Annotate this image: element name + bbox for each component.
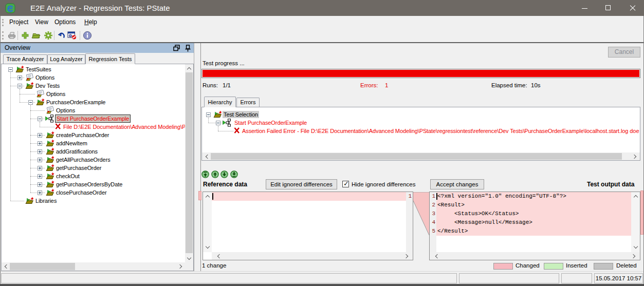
tree-item-test[interactable]: Test Selection <box>223 111 259 118</box>
tree-item-options[interactable]: Options <box>34 74 56 81</box>
menu-view[interactable]: View <box>35 16 48 29</box>
toolbar-separator <box>80 31 80 40</box>
tree-item-addnewitem[interactable]: addNewItem <box>55 140 88 147</box>
collapse-icon[interactable] <box>206 112 211 117</box>
scroll-left-icon[interactable] <box>217 254 220 258</box>
tree-item-libraries[interactable]: Libraries <box>34 197 58 204</box>
scroll-down-icon[interactable] <box>187 256 191 260</box>
float-window-icon[interactable] <box>173 45 180 51</box>
tree-item-getpurchaseordersbydate[interactable]: getPurchaseOrdersByDate <box>55 181 123 188</box>
expand-icon[interactable] <box>38 166 42 170</box>
tree-vertical-scrollbar[interactable] <box>185 64 193 262</box>
elapsed-label: Elapsed time: <box>491 82 527 88</box>
next-change-button[interactable] <box>220 170 228 178</box>
menu-options[interactable]: Options <box>54 16 76 29</box>
scroll-left-icon[interactable] <box>435 254 438 258</box>
collapse-icon[interactable] <box>8 67 13 72</box>
tree-item-assertion[interactable]: Assertion Failed Error - File D:\E2E Doc… <box>241 127 640 135</box>
hierarchy-horizontal-scrollbar[interactable] <box>202 152 640 160</box>
toolbar-info-icon[interactable] <box>83 31 92 40</box>
tree-item-dev[interactable]: Dev Tests <box>34 82 61 89</box>
toolbar-gear-icon[interactable] <box>44 31 53 40</box>
collapse-icon[interactable] <box>17 84 22 88</box>
tree-item-createpurchaseorder[interactable]: createPurchaseOrder <box>55 131 110 139</box>
maximize-button[interactable] <box>596 0 620 16</box>
vertical-scrollbar[interactable] <box>631 192 640 252</box>
first-change-button[interactable] <box>201 170 209 178</box>
collapse-icon[interactable] <box>38 117 42 121</box>
vertical-scrollbar[interactable] <box>203 192 212 252</box>
tree-item-file[interactable]: File D:\E2E Documentation\Advanced Model… <box>62 123 194 130</box>
toolbar-grip[interactable] <box>2 31 4 40</box>
expand-icon[interactable] <box>38 174 42 179</box>
toolbar <box>0 29 644 42</box>
collapse-icon[interactable] <box>216 121 220 125</box>
collapse-icon[interactable] <box>28 100 33 105</box>
tree-horizontal-scrollbar[interactable] <box>2 262 193 271</box>
toolbar-undo-icon[interactable] <box>57 31 66 40</box>
tree-row: addGratifications <box>2 147 193 156</box>
changed-line-highlight <box>436 201 631 209</box>
tree-item-purchaseorderexample[interactable]: PurchaseOrderExample <box>45 99 106 106</box>
toolbar-print-icon[interactable] <box>7 31 16 40</box>
close-button[interactable] <box>620 0 644 16</box>
tab-trace-analyzer[interactable]: Trace Analyzer <box>3 54 47 64</box>
tree-item-options[interactable]: Options <box>55 107 76 114</box>
app-icon <box>5 3 16 14</box>
tree-item-closepurchaseorder[interactable]: closePurchaseOrder <box>55 189 107 196</box>
horizontal-scrollbar[interactable] <box>212 252 413 260</box>
tree-item-getallpurchaseorders[interactable]: getAllPurchaseOrders <box>55 156 112 163</box>
scroll-right-icon[interactable] <box>178 264 182 268</box>
tree-item-addgratifications[interactable]: addGratifications <box>55 148 99 155</box>
tab-hierarchy[interactable]: Hierarchy <box>204 97 236 107</box>
prev-change-button[interactable] <box>211 170 219 178</box>
expand-icon[interactable] <box>38 149 42 154</box>
expand-icon[interactable] <box>38 190 42 195</box>
expand-icon[interactable] <box>38 182 42 187</box>
scrollbar-thumb[interactable] <box>186 72 193 253</box>
expand-icon[interactable] <box>38 133 42 138</box>
scroll-right-icon[interactable] <box>632 254 635 258</box>
scroll-up-icon[interactable] <box>206 195 209 198</box>
edit-ignored-differences-button[interactable]: Edit ignored differences <box>266 179 337 189</box>
tree-item-testsuites[interactable]: TestSuites <box>25 66 52 73</box>
tab-log-analyzer[interactable]: Log Analyzer <box>47 54 85 64</box>
tree-item-checkout[interactable]: checkOut <box>55 173 81 180</box>
toolbar-add-icon[interactable] <box>21 31 30 40</box>
scrollbar-thumb[interactable] <box>10 263 75 270</box>
scroll-left-icon[interactable] <box>4 264 8 268</box>
expand-icon[interactable] <box>38 158 42 162</box>
tree-item-start[interactable]: Start PurchaseOrderExample <box>233 119 308 126</box>
menu-help[interactable]: Help <box>84 16 97 29</box>
horizontal-scrollbar[interactable] <box>430 252 640 260</box>
diff-line: <Result> <box>437 201 465 209</box>
toolbar-window-block-icon[interactable] <box>67 31 77 40</box>
text-caret <box>212 193 213 200</box>
left-change-marker[interactable] <box>198 191 201 200</box>
tab-errors[interactable]: Errors <box>236 98 260 107</box>
hide-ignored-differences-checkbox[interactable]: ✓ <box>342 181 349 187</box>
menu-grip[interactable] <box>2 19 4 26</box>
tab-regression-tests[interactable]: Regression Tests <box>85 53 135 64</box>
status-datetime: 15.05.2017 10:57 <box>594 273 643 283</box>
scroll-right-icon[interactable] <box>404 254 408 258</box>
expand-icon[interactable] <box>17 75 22 80</box>
scroll-down-icon[interactable] <box>206 245 209 249</box>
scroll-up-icon[interactable] <box>187 67 191 70</box>
menu-project[interactable]: Project <box>9 16 28 29</box>
expand-icon[interactable] <box>38 141 42 146</box>
toolbar-open-folder-icon[interactable] <box>31 31 41 40</box>
tree-item-start[interactable]: Start PurchaseOrderExample <box>55 115 131 123</box>
tree-item-options[interactable]: Options <box>45 90 66 98</box>
scroll-up-icon[interactable] <box>634 195 637 198</box>
scroll-left-icon[interactable] <box>205 155 209 158</box>
minimize-button[interactable] <box>573 0 596 16</box>
cancel-button[interactable]: Cancel <box>608 47 640 58</box>
scrollbar-thumb[interactable] <box>211 153 622 160</box>
tree-item-getpurchaseorder[interactable]: getPurchaseOrder <box>55 164 102 171</box>
scroll-right-icon[interactable] <box>633 155 636 158</box>
accept-changes-button[interactable]: Accept changes <box>430 179 484 189</box>
pin-icon[interactable] <box>185 45 191 51</box>
last-change-button[interactable] <box>230 170 238 178</box>
scroll-down-icon[interactable] <box>634 245 637 249</box>
